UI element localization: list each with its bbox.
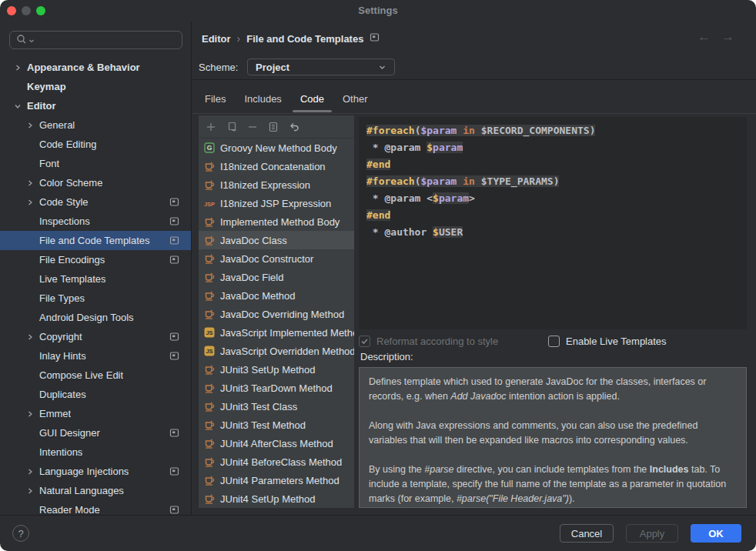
template-item-label: JavaDoc Field <box>220 272 283 283</box>
chevron-right-icon[interactable] <box>25 179 35 187</box>
sidebar-item-android-design-tools[interactable]: Android Design Tools <box>0 308 191 327</box>
template-item-implemented-method-body[interactable]: Implemented Method Body <box>199 212 354 231</box>
sidebar-item-color-scheme[interactable]: Color Scheme <box>0 173 191 192</box>
template-item-javascript-overridden-method[interactable]: JSJavaScript Overridden Method <box>199 342 354 360</box>
template-item-i18nized-concatenation[interactable]: I18nized Concatenation <box>199 157 354 175</box>
sidebar-item-label: Live Templates <box>39 273 105 285</box>
cup-icon <box>203 290 216 301</box>
template-item-i18nized-jsp-expression[interactable]: JSPI18nized JSP Expression <box>199 194 354 212</box>
plus-icon[interactable] <box>204 120 218 134</box>
reformat-checkbox[interactable] <box>359 336 370 347</box>
sidebar-item-file-encodings[interactable]: File Encodings <box>0 250 191 269</box>
sidebar-item-copyright[interactable]: Copyright <box>0 327 191 346</box>
template-item-junit4-setup-method[interactable]: JUnit4 SetUp Method <box>199 489 354 508</box>
template-item-label: JavaDoc Constructor <box>220 253 313 265</box>
sidebar-item-emmet[interactable]: Emmet <box>0 404 191 423</box>
sidebar-item-intentions[interactable]: Intentions <box>0 442 191 462</box>
minus-icon[interactable] <box>246 120 259 134</box>
sidebar-item-keymap[interactable]: Keymap <box>0 77 191 96</box>
template-item-groovy-new-method-body[interactable]: GGroovy New Method Body <box>199 139 354 157</box>
apply-button[interactable]: Apply <box>626 524 678 543</box>
sidebar-item-inspections[interactable]: Inspections <box>0 212 191 231</box>
sidebar-item-live-templates[interactable]: Live Templates <box>0 269 191 289</box>
template-item-junit4-parameters-method[interactable]: JUnit4 Parameters Method <box>199 471 354 489</box>
sidebar-item-language-injections[interactable]: Language Injections <box>0 462 191 481</box>
chevron-right-icon[interactable] <box>12 64 23 72</box>
search-history-chevron-icon[interactable] <box>28 35 35 46</box>
sidebar-item-reader-mode[interactable]: Reader Mode <box>0 500 191 515</box>
template-item-javadoc-class[interactable]: JavaDoc Class <box>199 231 354 249</box>
copy-icon[interactable] <box>266 120 280 134</box>
cup-icon <box>203 272 216 282</box>
sidebar-item-editor[interactable]: Editor <box>0 96 191 115</box>
template-item-javadoc-field[interactable]: JavaDoc Field <box>199 268 354 286</box>
sidebar-item-natural-languages[interactable]: Natural Languages <box>0 481 191 500</box>
duplicate-icon[interactable] <box>225 120 239 134</box>
sidebar-item-compose-live-edit[interactable]: Compose Live Edit <box>0 366 191 385</box>
template-item-label: JUnit3 Test Class <box>220 401 297 412</box>
tab-code[interactable]: Code <box>293 89 332 109</box>
breadcrumb-separator-icon: › <box>237 32 241 45</box>
live-templates-option[interactable]: Enable Live Templates <box>548 336 667 347</box>
scheme-dropdown[interactable]: Project <box>247 58 395 75</box>
sidebar-item-general[interactable]: General <box>0 115 191 135</box>
sidebar-item-label: Color Scheme <box>39 177 102 189</box>
chevron-right-icon[interactable] <box>25 487 35 495</box>
chevron-right-icon[interactable] <box>25 199 35 206</box>
sidebar-item-label: File and Code Templates <box>39 235 150 246</box>
chevron-right-icon[interactable] <box>25 468 35 476</box>
sidebar-item-label: Compose Live Edit <box>39 369 123 381</box>
live-templates-checkbox[interactable] <box>548 336 560 347</box>
reformat-label: Reformat according to style <box>376 336 498 347</box>
breadcrumb-editor[interactable]: Editor <box>202 33 231 45</box>
reformat-option[interactable]: Reformat according to style <box>359 336 498 347</box>
template-item-junit3-test-method[interactable]: JUnit3 Test Method <box>199 416 354 434</box>
template-code-editor[interactable]: #foreach($param in $RECORD_COMPONENTS) *… <box>359 117 747 329</box>
jsp-icon: JSP <box>203 198 216 209</box>
code-line: #end <box>366 207 739 224</box>
tab-includes[interactable]: Includes <box>236 89 289 109</box>
project-level-icon <box>169 466 179 476</box>
cancel-button[interactable]: Cancel <box>560 524 614 543</box>
template-item-javadoc-overriding-method[interactable]: JavaDoc Overriding Method <box>199 305 354 323</box>
template-item-junit3-setup-method[interactable]: JUnit3 SetUp Method <box>199 360 354 379</box>
template-item-junit4-afterclass-method[interactable]: JUnit4 AfterClass Method <box>199 434 354 452</box>
chevron-down-icon[interactable] <box>12 102 23 110</box>
project-level-icon <box>169 505 179 515</box>
sidebar-item-appearance-behavior[interactable]: Appearance & Behavior <box>0 58 191 77</box>
sidebar-item-code-style[interactable]: Code Style <box>0 192 191 212</box>
sidebar-item-inlay-hints[interactable]: Inlay Hints <box>0 346 191 366</box>
window-title: Settings <box>0 0 756 22</box>
template-item-i18nized-expression[interactable]: I18nized Expression <box>199 175 354 194</box>
chevron-right-icon[interactable] <box>25 122 35 129</box>
template-item-javadoc-constructor[interactable]: JavaDoc Constructor <box>199 249 354 268</box>
sidebar-item-file-and-code-templates[interactable]: File and Code Templates <box>0 231 191 250</box>
sidebar-item-font[interactable]: Font <box>0 154 191 173</box>
chevron-right-icon[interactable] <box>25 410 35 418</box>
template-item-label: JUnit4 Parameters Method <box>220 475 340 486</box>
sidebar-item-duplicates[interactable]: Duplicates <box>0 385 191 404</box>
sidebar-item-gui-designer[interactable]: GUI Designer <box>0 423 191 442</box>
options-row: Reformat according to style Enable Live … <box>359 336 747 349</box>
chevron-right-icon[interactable] <box>25 333 35 341</box>
history-nav: ← → <box>697 29 734 45</box>
sidebar-item-label: Emmet <box>39 408 71 419</box>
template-item-junit3-teardown-method[interactable]: JUnit3 TearDown Method <box>199 379 354 397</box>
back-arrow-icon[interactable]: ← <box>697 29 711 45</box>
search-input[interactable] <box>36 35 159 46</box>
help-button[interactable]: ? <box>12 525 29 542</box>
sidebar-item-file-types[interactable]: File Types <box>0 289 191 308</box>
ok-button[interactable]: OK <box>691 524 741 543</box>
template-item-junit4-beforeclass-method[interactable]: JUnit4 BeforeClass Method <box>199 452 354 471</box>
cup-icon <box>203 179 216 190</box>
forward-arrow-icon[interactable]: → <box>721 29 734 45</box>
template-item-javascript-implemented-method[interactable]: JSJavaScript Implemented Method <box>199 323 354 342</box>
sidebar-item-code-editing[interactable]: Code Editing <box>0 135 191 154</box>
template-item-javadoc-method[interactable]: JavaDoc Method <box>199 286 354 305</box>
project-level-icon <box>169 428 179 438</box>
undo-icon[interactable] <box>287 120 301 134</box>
search-field[interactable] <box>9 31 182 49</box>
template-item-junit3-test-class[interactable]: JUnit3 Test Class <box>199 397 354 416</box>
tab-other[interactable]: Other <box>335 89 376 109</box>
tab-files[interactable]: Files <box>197 89 233 109</box>
